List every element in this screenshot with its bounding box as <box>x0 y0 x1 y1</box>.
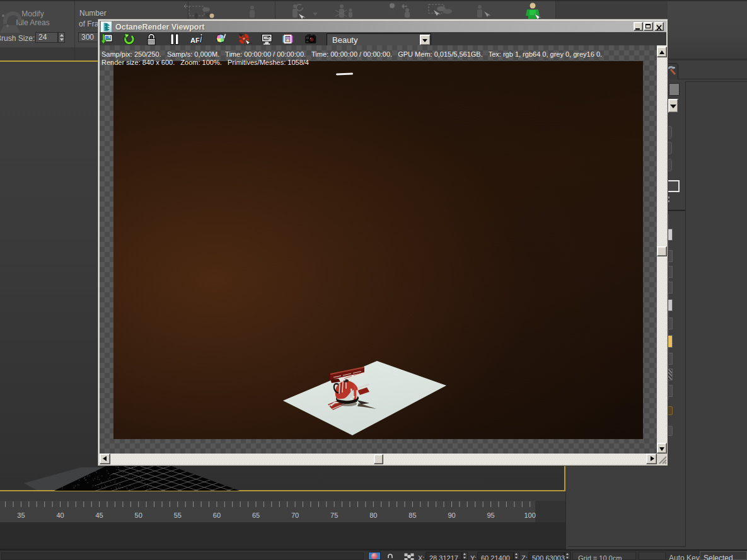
svg-text:AF: AF <box>190 37 200 44</box>
